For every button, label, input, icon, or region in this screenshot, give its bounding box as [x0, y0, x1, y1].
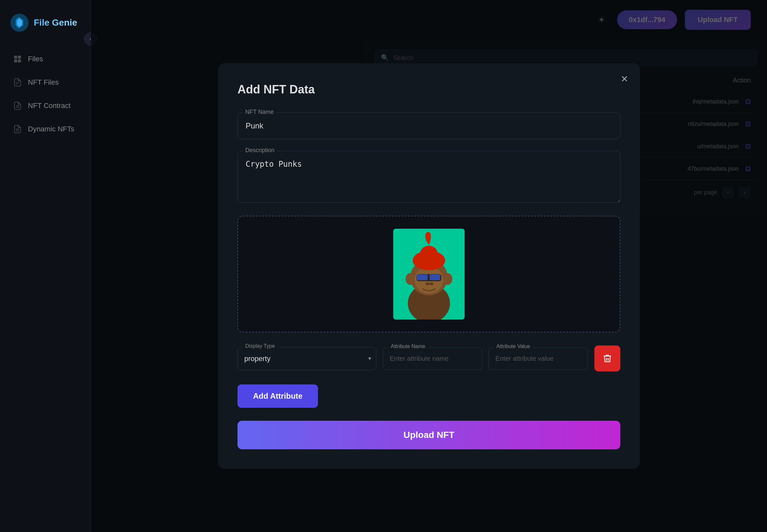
attributes-row: Display Type property boost_number boost…	[237, 345, 620, 371]
sidebar-item-files[interactable]: Files	[6, 49, 84, 69]
svg-point-18	[430, 283, 433, 285]
nft-preview-image	[393, 229, 465, 320]
nft-name-input[interactable]	[237, 113, 620, 139]
app-name: File Genie	[34, 18, 77, 28]
nav-menu: Files NFT Files	[0, 49, 91, 139]
description-field: Description Crypto Punks	[237, 151, 620, 204]
nft-contract-icon	[13, 101, 22, 110]
display-type-label: Display Type	[243, 343, 277, 349]
logo-area: File Genie	[0, 0, 91, 49]
attribute-name-field: Attribute Name	[383, 347, 482, 370]
display-type-select[interactable]: property boost_number boost_percentage n…	[237, 347, 376, 370]
svg-rect-1	[14, 56, 17, 59]
modal-title: Add NFT Data	[237, 83, 620, 96]
nft-name-field: NFT Name	[237, 113, 620, 139]
modal-close-button[interactable]: ✕	[618, 72, 631, 85]
main-content: ☀ 0x1df...794 Upload NFT 🔍 Action ihq/me…	[91, 0, 767, 532]
files-icon	[13, 54, 22, 64]
modal-overlay[interactable]: ✕ Add NFT Data NFT Name Description Cryp…	[91, 0, 767, 532]
svg-point-21	[443, 273, 452, 285]
sidebar-item-nft-contract[interactable]: NFT Contract	[6, 95, 84, 116]
files-label: Files	[28, 55, 43, 63]
description-label: Description	[243, 147, 277, 154]
svg-point-20	[406, 273, 415, 285]
nft-files-icon	[13, 78, 22, 87]
sidebar-item-dynamic-nfts[interactable]: Dynamic NFTs	[6, 119, 84, 139]
svg-point-17	[426, 283, 430, 285]
attribute-name-label: Attribute Name	[388, 344, 428, 349]
svg-point-9	[17, 129, 19, 131]
image-upload-area[interactable]	[237, 216, 620, 333]
add-attribute-button[interactable]: Add Attribute	[237, 384, 318, 408]
nft-name-label: NFT Name	[243, 109, 276, 115]
sidebar-item-nft-files[interactable]: NFT Files	[6, 72, 84, 93]
attribute-value-input[interactable]	[489, 347, 588, 370]
description-input[interactable]: Crypto Punks	[237, 151, 620, 203]
svg-rect-15	[417, 274, 428, 280]
attribute-value-field: Attribute Value	[489, 347, 588, 370]
sidebar: File Genie ‹ Files	[0, 0, 91, 532]
svg-rect-4	[18, 59, 21, 62]
display-type-select-wrapper: property boost_number boost_percentage n…	[237, 347, 376, 370]
svg-rect-2	[18, 56, 21, 59]
attribute-name-input[interactable]	[383, 347, 482, 370]
svg-rect-3	[14, 59, 17, 62]
display-type-field: Display Type property boost_number boost…	[237, 347, 376, 370]
dynamic-nfts-label: Dynamic NFTs	[28, 125, 74, 133]
nft-contract-label: NFT Contract	[28, 102, 71, 110]
modal: ✕ Add NFT Data NFT Name Description Cryp…	[218, 63, 640, 469]
dynamic-nfts-icon	[13, 125, 22, 134]
delete-attribute-button[interactable]	[594, 345, 620, 371]
attribute-value-label: Attribute Value	[494, 344, 533, 349]
logo-icon	[10, 13, 29, 32]
trash-icon	[603, 354, 612, 363]
svg-rect-16	[430, 274, 440, 280]
upload-nft-modal-button[interactable]: Upload NFT	[237, 421, 620, 449]
nft-files-label: NFT Files	[28, 78, 59, 87]
